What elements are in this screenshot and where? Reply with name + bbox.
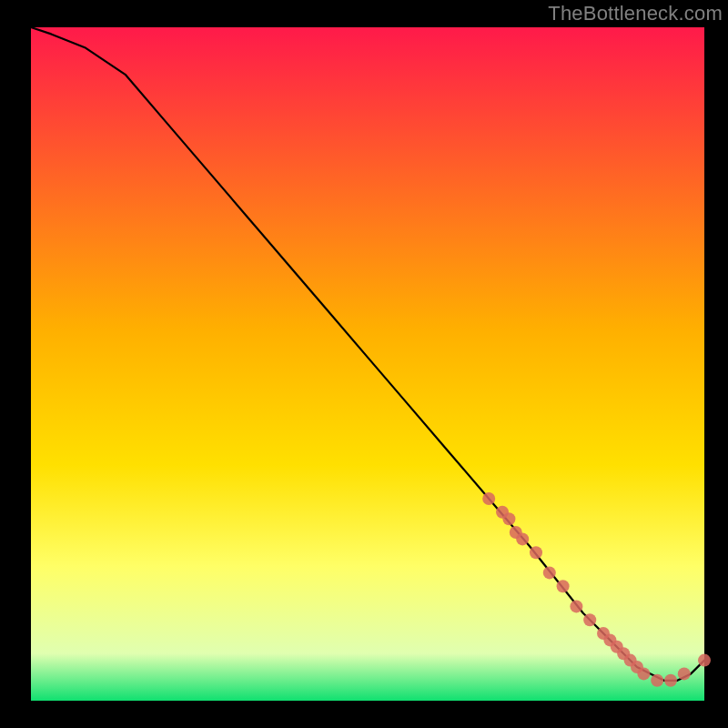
- data-point: [502, 512, 515, 525]
- data-point: [637, 667, 650, 680]
- data-point: [651, 674, 663, 687]
- data-point: [530, 546, 542, 559]
- data-point: [570, 600, 582, 612]
- data-point: [543, 566, 556, 579]
- plot-background: [31, 27, 704, 701]
- data-point: [516, 532, 529, 545]
- data-point: [664, 674, 677, 687]
- data-point: [557, 580, 570, 592]
- data-point: [482, 492, 495, 505]
- data-point: [583, 613, 596, 626]
- bottleneck-chart: [0, 0, 728, 728]
- chart-stage: TheBottleneck.com: [0, 0, 728, 728]
- data-point: [698, 654, 711, 667]
- watermark-text: TheBottleneck.com: [548, 2, 723, 25]
- data-point: [678, 667, 691, 680]
